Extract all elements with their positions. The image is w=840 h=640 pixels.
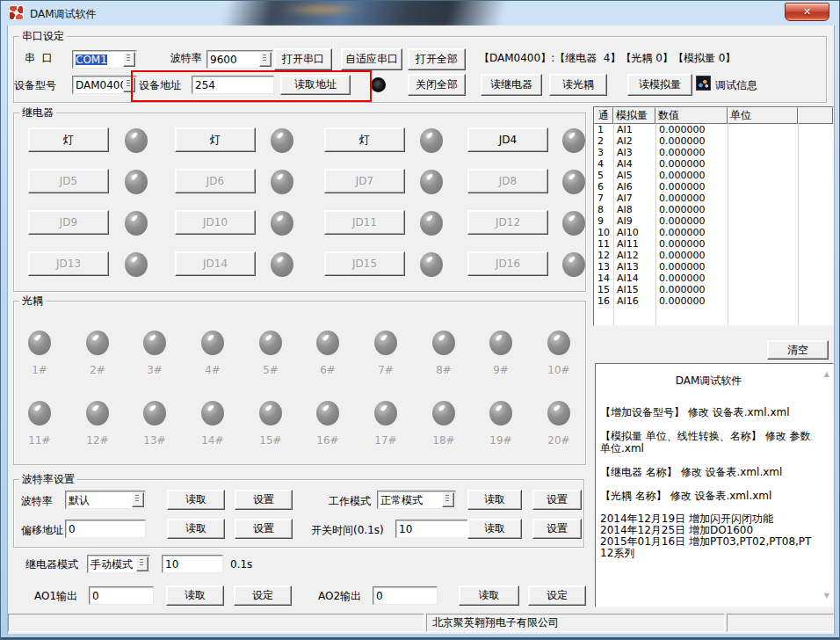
analog-row-9[interactable]: 9AI90.000000: [594, 215, 833, 227]
work-mode-read-button[interactable]: 读取: [467, 490, 522, 510]
analog-row-4[interactable]: 4AI40.000000: [594, 158, 833, 170]
opto-led-20: [547, 401, 570, 425]
baud-cfg-value: 默认: [69, 495, 90, 505]
ao2-input[interactable]: [373, 586, 438, 605]
analog-row-2[interactable]: 2AI20.000000: [594, 135, 833, 147]
scroll-up-icon[interactable]: ▲: [824, 371, 829, 378]
offset-read-button[interactable]: 读取: [167, 519, 225, 539]
relay-led-7: [420, 170, 443, 194]
close-button[interactable]: ✕: [785, 3, 829, 21]
relay-button-2[interactable]: 灯: [175, 127, 256, 152]
analog-row-16[interactable]: 16AI160.000000: [594, 295, 833, 307]
analog-table[interactable]: 通 模拟量 数值 单位 1AI10.0000002AI20.0000003AI3…: [593, 106, 834, 326]
switch-time-label: 开关时间(0.1s): [311, 524, 384, 536]
ao1-input[interactable]: [89, 586, 154, 605]
ao1-set-button[interactable]: 设定: [234, 585, 292, 606]
analog-row-15[interactable]: 15AI150.000000: [594, 284, 833, 295]
offset-set-button[interactable]: 设置: [235, 519, 293, 539]
com-port-select[interactable]: COM1: [72, 50, 137, 69]
work-mode-set-button[interactable]: 设置: [532, 490, 582, 510]
baud-select[interactable]: 9600: [206, 50, 273, 69]
relay-button-1[interactable]: 灯: [28, 127, 109, 152]
baud-cfg-select[interactable]: 默认: [65, 491, 146, 509]
analog-row-14[interactable]: 14AI140.000000: [594, 273, 833, 284]
info-line: 【光耦 名称】 修改 设备表.xml.xml: [600, 490, 817, 502]
relay-mode-dropdown-icon[interactable]: [136, 556, 148, 571]
switch-read-button[interactable]: 读取: [467, 519, 522, 539]
switch-time-input[interactable]: [395, 520, 474, 538]
offset-addr-input[interactable]: [65, 520, 146, 538]
analog-row-10[interactable]: 10AI100.000000: [594, 227, 833, 238]
baud-set-button[interactable]: 设置: [235, 490, 293, 510]
switch-set-button[interactable]: 设置: [532, 519, 582, 539]
open-serial-button[interactable]: 打开串口: [274, 48, 332, 70]
baud-dropdown-icon[interactable]: [259, 52, 272, 67]
work-mode-dropdown-icon[interactable]: [442, 492, 454, 507]
analog-row-7[interactable]: 7AI70.000000: [594, 193, 833, 204]
relay-time-input[interactable]: [162, 555, 223, 573]
opto-led-1: [28, 331, 51, 355]
ao2-set-button[interactable]: 设定: [528, 585, 586, 606]
analog-cell: AI5: [613, 170, 655, 181]
relay-mode-value: 手动模式: [91, 559, 133, 570]
read-opto-button[interactable]: 读光耦: [549, 74, 607, 96]
baud-read-button[interactable]: 读取: [167, 490, 225, 510]
debug-info-label[interactable]: 调试信息: [715, 79, 757, 91]
analog-cell: AI3: [613, 147, 655, 158]
analog-row-12[interactable]: 12AI120.000000: [594, 250, 833, 261]
work-mode-select[interactable]: 正常模式: [377, 491, 456, 509]
relay-button-4[interactable]: JD4: [467, 127, 548, 152]
title-bar[interactable]: DAM调试软件 ✕: [1, 1, 840, 25]
device-model-dropdown-icon[interactable]: [123, 77, 135, 92]
opto-led-7: [374, 331, 397, 355]
relay-led-4: [562, 128, 585, 153]
device-addr-label: 设备地址: [139, 79, 181, 91]
read-addr-button[interactable]: 读取地址: [280, 75, 351, 95]
opto-label-15: 15#: [253, 434, 288, 447]
col-header-unit[interactable]: 单位: [728, 107, 798, 124]
relay-button-14: JD14: [175, 251, 256, 276]
analog-cell: 13: [594, 261, 613, 273]
scroll-down-icon[interactable]: ▼: [824, 593, 829, 600]
com-port-dropdown-icon[interactable]: [123, 52, 135, 67]
baud-label: 波特率: [170, 52, 202, 64]
analog-row-3[interactable]: 3AI30.000000: [594, 147, 833, 158]
info-log-panel[interactable]: DAM调试软件【增加设备型号】 修改 设备表.xml.xml【模拟量 单位、线性…: [595, 363, 834, 607]
analog-row-13[interactable]: 13AI130.000000: [594, 261, 833, 273]
info-log-text: DAM调试软件【增加设备型号】 修改 设备表.xml.xml【模拟量 单位、线性…: [600, 367, 817, 603]
analog-row-5[interactable]: 5AI50.000000: [594, 170, 833, 181]
analog-cell: 0.000000: [655, 204, 728, 215]
debug-info-icon[interactable]: [697, 76, 710, 90]
analog-table-header[interactable]: 通 模拟量 数值 单位: [594, 107, 833, 124]
relay-button-3[interactable]: 灯: [324, 127, 405, 152]
device-model-select[interactable]: DAM0400: [72, 76, 137, 94]
relay-led-2: [271, 128, 293, 153]
opto-group: 光耦 1#2#3#4#5#6#7#8#9#10#11#12#13#14#15#1…: [13, 301, 586, 465]
auto-serial-button[interactable]: 自适应串口: [341, 48, 402, 70]
com-port-value: COM1: [76, 55, 107, 65]
analog-cell: 11: [594, 238, 613, 250]
analog-row-11[interactable]: 11AI110.000000: [594, 238, 833, 250]
analog-cell: 15: [594, 284, 613, 295]
relay-mode-select[interactable]: 手动模式: [87, 555, 150, 573]
col-header-channel[interactable]: 通: [594, 107, 613, 124]
col-header-analog[interactable]: 模拟量: [613, 107, 655, 124]
open-all-button[interactable]: 打开全部: [408, 48, 466, 70]
analog-cell-extra: [798, 158, 833, 170]
clear-button[interactable]: 清空: [767, 340, 829, 360]
analog-cell: 6: [594, 181, 613, 193]
ao2-read-button[interactable]: 读取: [459, 585, 519, 606]
analog-row-6[interactable]: 6AI60.000000: [594, 181, 833, 193]
analog-row-8[interactable]: 8AI80.000000: [594, 204, 833, 215]
baud-cfg-dropdown-icon[interactable]: [132, 492, 144, 507]
read-analog-button[interactable]: 读模拟量: [627, 74, 692, 96]
read-relay-button[interactable]: 读继电器: [481, 74, 542, 96]
ao1-read-button[interactable]: 读取: [166, 585, 224, 606]
opto-label-11: 11#: [22, 434, 57, 447]
device-addr-input[interactable]: [192, 76, 274, 94]
col-header-value[interactable]: 数值: [655, 107, 728, 124]
analog-cell: [728, 124, 798, 135]
analog-row-1[interactable]: 1AI10.000000: [594, 124, 833, 135]
close-all-button[interactable]: 关闭全部: [408, 74, 466, 96]
opto-label-14: 14#: [195, 434, 230, 447]
